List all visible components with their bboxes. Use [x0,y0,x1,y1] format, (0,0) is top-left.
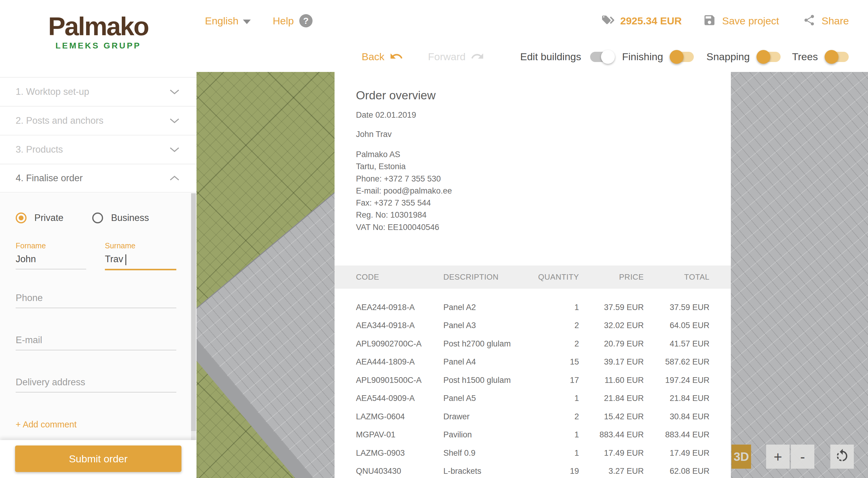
cell-quantity: 1 [534,448,579,458]
view-mode-3d-button[interactable]: 3D [732,445,751,469]
sidebar: Palmako LEMEKS GRUPP 1. Worktop set-up 2… [0,0,196,478]
company-info: Palmako AS Tartu, Estonia Phone: +372 7 … [356,148,452,233]
chevron-down-icon [169,89,180,95]
finishing-label: Finishing [622,51,663,63]
cell-quantity: 17 [534,376,579,385]
company-line: E-mail: pood@palmako.ee [356,185,452,197]
email-input[interactable] [16,335,176,350]
snapping-toggle[interactable] [759,52,781,62]
price-tag-icon [600,13,614,28]
page-title: Order overview [356,89,435,102]
cell-description: L-brackets [443,467,534,476]
company-line: Phone: +372 7 355 530 [356,173,452,185]
forname-field-wrap: Forname [16,241,86,269]
text-cursor [125,254,126,265]
reset-rotation-button[interactable] [830,445,854,469]
surname-input[interactable] [105,254,176,269]
cell-total: 17.49 EUR [644,448,710,458]
radio-private[interactable] [16,212,27,224]
cell-description: Panel A4 [443,357,534,367]
submit-order-button[interactable]: Submit order [15,445,181,472]
cell-description: Panel A2 [443,303,534,312]
logo-subtitle: LEMEKS GRUPP [0,41,196,50]
step-posts-anchors[interactable]: 2. Posts and anchors [0,106,196,135]
undo-button[interactable]: Back [362,41,403,72]
delivery-address-field-wrap [16,377,176,392]
share-button[interactable]: Share [803,0,849,41]
cell-quantity: 2 [534,321,579,330]
scene-toolbar: Back Forward Edit buildings Finishing Sn… [196,41,868,72]
step-label: 1. Worktop set-up [16,87,89,97]
question-mark-icon: ? [299,14,313,27]
redo-button[interactable]: Forward [428,41,484,72]
step-products[interactable]: 3. Products [0,135,196,164]
cell-code: AEA444-1809-A [356,357,443,367]
save-project-label: Save project [722,15,779,27]
cell-description: Pavilion [443,430,534,440]
table-row: AEA544-0909-A Panel A5 1 21.84 EUR 21.84… [335,389,731,408]
cell-quantity: 2 [534,412,579,421]
cell-code: APL90902700C-A [356,339,443,348]
radio-private-label[interactable]: Private [34,212,63,224]
cell-quantity: 19 [534,467,579,476]
toggle-group-finishing: Finishing [622,41,694,72]
edit-buildings-toggle[interactable] [590,52,612,62]
toggle-knob [670,50,684,64]
cell-price: 17.49 EUR [579,448,644,458]
zoom-out-button[interactable]: - [791,445,814,469]
step-finalise-order[interactable]: 4. Finalise order [0,164,196,193]
cell-price: 3.27 EUR [579,467,644,476]
scrollbar-thumb[interactable] [191,193,196,431]
phone-input[interactable] [16,293,176,308]
zoom-in-button[interactable]: + [766,445,789,469]
cell-price: 21.84 EUR [579,394,644,403]
col-total: TOTAL [644,272,710,282]
table-row: QNU403430 L-brackets 19 3.27 EUR 62.08 E… [335,463,731,478]
radio-business[interactable] [92,212,103,224]
cell-quantity: 1 [534,394,579,403]
company-line: VAT No: EE100040546 [356,221,452,233]
finishing-toggle[interactable] [672,52,694,62]
email-field-wrap [16,335,176,350]
company-line: Palmako AS [356,148,452,161]
rotate-left-icon [834,448,850,465]
cell-price: 37.59 EUR [579,303,644,312]
step-worktop-setup[interactable]: 1. Worktop set-up [0,77,196,106]
toggle-group-trees: Trees [792,41,849,72]
cell-total: 21.84 EUR [644,394,710,403]
logo-title: Palmako [0,13,196,39]
delivery-address-input[interactable] [16,377,176,392]
table-row: AEA244-0918-A Panel A2 1 37.59 EUR 37.59… [335,298,731,317]
chevron-down-icon [169,118,180,124]
add-comment-link[interactable]: + Add comment [16,420,76,430]
toggle-knob [601,50,615,64]
step-label: 2. Posts and anchors [16,115,103,126]
col-price: PRICE [579,272,644,282]
radio-business-label[interactable]: Business [111,212,149,224]
cell-total: 62.08 EUR [644,467,710,476]
cell-quantity: 2 [534,339,579,348]
share-icon [803,14,815,28]
help-button[interactable]: Help ? [273,0,313,41]
chevron-down-icon [169,146,180,152]
cell-code: QNU403430 [356,467,443,476]
forname-label: Forname [16,241,86,250]
trees-toggle[interactable] [827,52,849,62]
cell-total: 37.59 EUR [644,303,710,312]
form-scrollbar[interactable] [191,193,196,440]
sidebar-footer: Submit order [0,440,196,478]
forname-input[interactable] [16,254,86,269]
cell-code: LAZMG-0604 [356,412,443,421]
cell-quantity: 1 [534,303,579,312]
table-row: LAZMG-0903 Shelf 0.9 1 17.49 EUR 17.49 E… [335,444,731,463]
cell-price: 11.60 EUR [579,376,644,385]
language-selector[interactable]: English [205,0,251,41]
cell-total: 64.05 EUR [644,321,710,330]
cell-description: Panel A3 [443,321,534,330]
cell-description: Panel A5 [443,394,534,403]
snapping-label: Snapping [707,51,750,63]
finalise-order-form: Private Business Forname Surname + Add c… [0,193,196,440]
save-project-button[interactable]: Save project [703,0,779,41]
cell-quantity: 1 [534,430,579,440]
surname-field-wrap: Surname [105,241,176,270]
